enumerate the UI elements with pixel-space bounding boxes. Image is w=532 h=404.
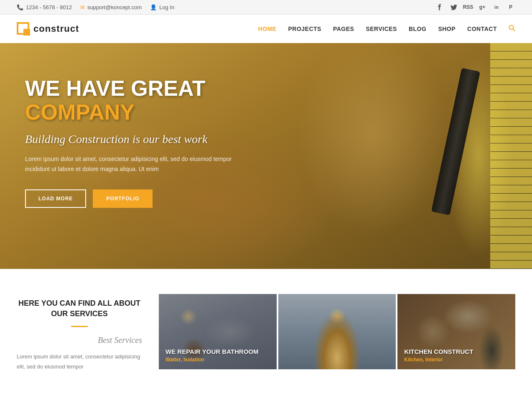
nav-projects[interactable]: PROJECTS <box>288 26 321 32</box>
phone-item: 📞 1234 - 5678 - 9012 <box>17 4 72 10</box>
search-icon[interactable] <box>509 25 515 33</box>
user-icon: 👤 <box>150 4 157 10</box>
hero-ruler <box>490 43 532 269</box>
main-nav: HOME PROJECTS PAGES SERVICES BLOG SHOP C… <box>258 25 515 33</box>
social-links: RSS g+ in P <box>435 3 515 12</box>
portfolio-button[interactable]: PORTFOLIO <box>93 189 153 208</box>
service-name-1: WE REPAIR YOUR BATHROOM <box>165 348 259 355</box>
services-heading: HERE YOU CAN FIND ALL ABOUT OUR SERVICES <box>17 298 142 319</box>
nav-blog[interactable]: BLOG <box>409 26 426 32</box>
hero-section: WE HAVE GREAT COMPANY Building Construct… <box>0 43 532 269</box>
rss-link[interactable]: RSS <box>463 3 473 12</box>
linkedin-link[interactable]: in <box>492 3 501 12</box>
hero-content: WE HAVE GREAT COMPANY Building Construct… <box>0 43 293 241</box>
service-content-1: WE REPAIR YOUR BATHROOM Watter, Isolatio… <box>165 348 259 363</box>
topbar-left: 📞 1234 - 5678 - 9012 ✉ support@koncept.c… <box>17 4 174 10</box>
nav-pages[interactable]: PAGES <box>333 26 354 32</box>
nav-services[interactable]: SERVICES <box>366 26 397 32</box>
hero-subtitle: Building Construction is our best work <box>25 133 267 146</box>
facebook-link[interactable] <box>435 3 444 12</box>
load-more-button[interactable]: LOAD MORE <box>25 189 86 208</box>
email-address: support@koncept.com <box>87 4 142 10</box>
email-item: ✉ support@koncept.com <box>80 4 142 10</box>
login-label[interactable]: Log In <box>159 4 174 10</box>
phone-number: 1234 - 5678 - 9012 <box>26 4 72 10</box>
service-card-kitchen[interactable]: KITCHEN CONSTRUCT Kitchen, Interior <box>397 294 515 369</box>
logo-icon <box>17 22 30 36</box>
email-icon: ✉ <box>80 4 85 10</box>
service-overlay-2 <box>278 294 396 369</box>
phone-icon: 📞 <box>17 4 23 10</box>
hero-title-accent: COMPANY <box>25 100 135 124</box>
topbar: 📞 1234 - 5678 - 9012 ✉ support@koncept.c… <box>0 0 532 15</box>
hero-description: Lorem ipsum dolor sit amet, consectetur … <box>25 154 234 174</box>
svg-rect-1 <box>23 29 30 36</box>
hero-buttons: LOAD MORE PORTFOLIO <box>25 189 267 208</box>
logo-text: construct <box>33 23 79 34</box>
nav-contact[interactable]: CONTACT <box>467 26 497 32</box>
googleplus-link[interactable]: g+ <box>478 3 487 12</box>
logo[interactable]: construct <box>17 22 79 36</box>
svg-line-3 <box>513 29 515 31</box>
hero-title-main: WE HAVE GREAT <box>25 76 205 100</box>
pinterest-link[interactable]: P <box>506 3 515 12</box>
twitter-link[interactable] <box>449 3 458 12</box>
service-card-bathroom[interactable]: WE REPAIR YOUR BATHROOM Watter, Isolatio… <box>159 294 277 369</box>
svg-point-2 <box>509 26 514 30</box>
service-name-3: KITCHEN CONSTRUCT <box>404 348 473 355</box>
nav-shop[interactable]: SHOP <box>438 26 456 32</box>
service-tag-1: Watter, Isolation <box>165 357 259 363</box>
service-card-worker[interactable] <box>278 294 396 369</box>
service-tag-3: Kitchen, Interior <box>404 357 473 363</box>
services-section: HERE YOU CAN FIND ALL ABOUT OUR SERVICES… <box>0 269 532 380</box>
nav-home[interactable]: HOME <box>258 26 276 32</box>
services-grid: WE REPAIR YOUR BATHROOM Watter, Isolatio… <box>159 294 515 369</box>
services-divider <box>71 326 88 327</box>
login-item[interactable]: 👤 Log In <box>150 4 174 10</box>
service-content-3: KITCHEN CONSTRUCT Kitchen, Interior <box>404 348 473 363</box>
site-header: construct HOME PROJECTS PAGES SERVICES B… <box>0 15 532 43</box>
services-left-panel: HERE YOU CAN FIND ALL ABOUT OUR SERVICES… <box>17 294 159 371</box>
services-description: Lorem ipsum dolor sit amet, consectetur … <box>17 352 142 371</box>
services-subtitle: Best Services <box>17 335 142 345</box>
hero-title: WE HAVE GREAT COMPANY <box>25 77 267 124</box>
